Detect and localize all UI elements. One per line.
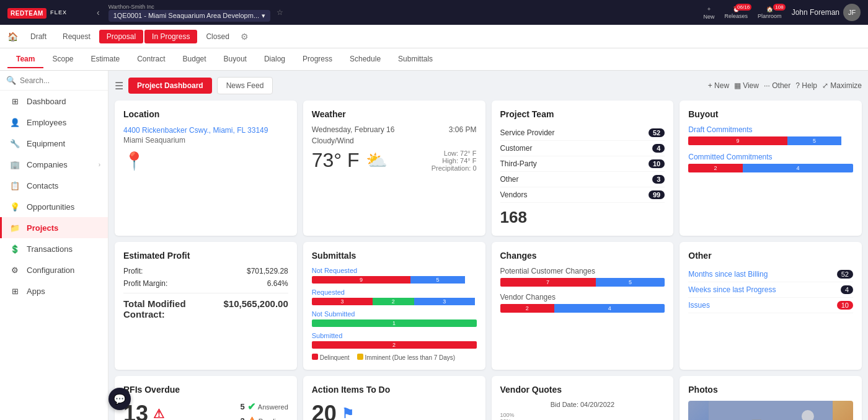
margin-label: Profit Margin:: [123, 279, 167, 288]
tab-dialog[interactable]: Dialog: [255, 51, 294, 68]
billing-label[interactable]: Months since last Billing: [688, 270, 768, 279]
requested-label[interactable]: Requested: [312, 288, 477, 296]
help-button[interactable]: ? Help: [795, 81, 817, 90]
check-icon: ✔: [247, 401, 255, 413]
cards-row2: Estimated Profit Profit: $701,529.28 Pro…: [115, 242, 862, 370]
logo-sub: FLEX: [50, 9, 67, 16]
vendors-label: Vendors: [500, 190, 528, 199]
team-row-customer: Customer 4: [500, 141, 665, 156]
sidebar-item-transactions[interactable]: 💲 Transactions: [0, 238, 108, 259]
configuration-icon: ⚙: [9, 264, 20, 275]
tab-draft[interactable]: Draft: [23, 30, 54, 43]
tab-submittals[interactable]: Submittals: [389, 51, 441, 68]
search-icon: 🔍: [6, 76, 16, 85]
back-arrow[interactable]: ‹: [94, 6, 102, 19]
sidebar-item-employees[interactable]: 👤 Employees: [0, 112, 108, 133]
dashboard-bar: ☰ Project Dashboard News Feed + New ▦ Vi…: [115, 77, 862, 94]
sidebar-label-employees: Employees: [27, 118, 66, 127]
sidebar-item-dashboard[interactable]: ⊞ Dashboard: [0, 91, 108, 112]
news-feed-button[interactable]: News Feed: [217, 77, 273, 94]
sidebar-item-apps[interactable]: ⊞ Apps: [0, 280, 108, 302]
sidebar-item-contacts[interactable]: 📋 Contacts: [0, 175, 108, 196]
tab-progress[interactable]: Progress: [294, 51, 341, 68]
sidebar-label-dashboard: Dashboard: [27, 97, 66, 106]
search-input[interactable]: [20, 76, 102, 85]
user-area[interactable]: John Foreman JF: [792, 4, 861, 21]
tab-budget[interactable]: Budget: [174, 51, 215, 68]
tab-team[interactable]: Team: [7, 51, 43, 68]
settings-icon[interactable]: ⚙: [241, 32, 249, 42]
hamburger-icon[interactable]: ☰: [115, 80, 123, 92]
submitted-label[interactable]: Submitted: [312, 332, 477, 339]
progress-label[interactable]: Weeks since last Progress: [688, 285, 776, 294]
billing-row: Months since last Billing 52: [688, 267, 853, 282]
releases-button[interactable]: ⏰ 06/16 Releases: [725, 6, 748, 19]
weather-temp-row: 73° F ⛅ Low: 72° F High: 74° F Precipita…: [312, 149, 477, 172]
weather-high: High: 74° F: [432, 157, 477, 164]
other-team-label: Other: [500, 175, 519, 184]
new-action-button[interactable]: + New: [708, 81, 729, 90]
buyout-title: Buyout: [688, 109, 853, 119]
tab-contract[interactable]: Contract: [128, 51, 174, 68]
sidebar-label-transactions: Transactions: [27, 244, 73, 254]
sidebar-item-companies[interactable]: 🏢 Companies ›: [0, 154, 108, 175]
weather-cloud-icon: ⛅: [366, 150, 388, 171]
sidebar-item-opportunities[interactable]: 💡 Opportunities: [0, 196, 108, 217]
tab-schedule[interactable]: Schedule: [341, 51, 389, 68]
planroom-button[interactable]: 🏠 108 Planroom: [758, 6, 782, 19]
planroom-icon: 🏠: [766, 6, 773, 12]
other-button[interactable]: ··· Other: [764, 81, 790, 90]
draft-commitments-label[interactable]: Draft Commitments: [688, 125, 853, 134]
rfis-pending: 2 ⚠ Pending: [241, 415, 288, 420]
issues-label[interactable]: Issues: [688, 301, 710, 310]
location-address[interactable]: 4400 Rickenbacker Cswy., Miami, FL 33149: [123, 126, 268, 135]
sidebar-item-equipment[interactable]: 🔧 Equipment: [0, 133, 108, 154]
tab-proposal[interactable]: Proposal: [99, 30, 143, 43]
nr-blue: 5: [410, 276, 465, 284]
content-area: ☰ Project Dashboard News Feed + New ▦ Vi…: [108, 71, 868, 420]
svg-rect-1: [709, 401, 833, 420]
view-icon: ▦: [734, 81, 741, 90]
main-layout: 🔍 ⊞ Dashboard 👤 Employees 🔧 Equipment 🏢 …: [0, 71, 868, 420]
plus-icon: ＋: [706, 5, 712, 13]
sidebar-item-projects[interactable]: 📁 Projects: [0, 217, 108, 238]
draft-blue-bar: 5: [787, 136, 842, 145]
planroom-badge: 108: [773, 4, 785, 11]
req-red: 3: [312, 298, 373, 305]
tab-estimate[interactable]: Estimate: [82, 51, 129, 68]
maximize-button[interactable]: ⤢ Maximize: [822, 81, 862, 90]
view-button[interactable]: ▦ View: [734, 81, 759, 90]
rfis-alert-icon: ⚠: [153, 406, 164, 420]
not-submitted-label[interactable]: Not Submitted: [312, 310, 477, 318]
sidebar-label-opportunities: Opportunities: [27, 202, 74, 212]
not-requested-label[interactable]: Not Requested: [312, 267, 477, 274]
company-select: Warthon-Smith Inc 1QE0001 - Miami Seaqua…: [108, 4, 270, 22]
weather-low: Low: 72° F: [432, 150, 477, 157]
photos-title: Photos: [688, 385, 853, 395]
chat-icon: 💬: [113, 393, 126, 405]
sub-red: 2: [312, 341, 477, 349]
customer-changes-section: Potential Customer Changes 7 5: [500, 267, 665, 287]
sidebar-label-projects: Projects: [27, 223, 58, 233]
team-total: 168: [500, 208, 665, 227]
margin-value: 6.64%: [267, 279, 288, 288]
committed-commitments-label[interactable]: Committed Commitments: [688, 153, 853, 161]
req-blue: 3: [414, 298, 475, 305]
home-icon[interactable]: 🏠: [7, 32, 18, 42]
favorite-star-icon[interactable]: ☆: [277, 8, 283, 17]
project-team-card: Project Team Service Provider 52 Custome…: [492, 101, 674, 236]
company-name: Warthon-Smith Inc: [108, 4, 270, 10]
tab-scope[interactable]: Scope: [43, 51, 82, 68]
chat-bubble[interactable]: 💬: [108, 388, 131, 410]
tab-in-progress[interactable]: In Progress: [144, 30, 197, 43]
tab-buyout[interactable]: Buyout: [215, 51, 255, 68]
chart-wrapper: 100%90%80%70%60%50%40%30%20%10%0%: [500, 412, 665, 420]
tab-request[interactable]: Request: [55, 30, 98, 43]
team-row-service: Service Provider 52: [500, 125, 665, 141]
new-button[interactable]: ＋ New: [704, 5, 715, 20]
sidebar-item-configuration[interactable]: ⚙ Configuration: [0, 259, 108, 280]
project-dashboard-button[interactable]: Project Dashboard: [128, 78, 212, 94]
tab-closed[interactable]: Closed: [198, 30, 236, 43]
releases-badge: 06/16: [735, 4, 751, 11]
project-select[interactable]: 1QE0001 - Miami Seaquarium Area Developm…: [108, 10, 270, 22]
